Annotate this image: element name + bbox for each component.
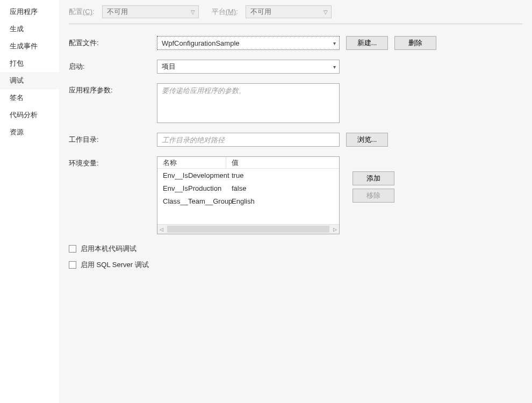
add-env-button[interactable]: 添加 <box>353 171 394 185</box>
chevron-down-icon: ▽ <box>191 9 195 15</box>
profile-label: 配置文件: <box>69 36 157 48</box>
env-col-value[interactable]: 值 <box>226 157 339 168</box>
launch-label: 启动: <box>69 60 157 71</box>
config-platform-bar: 配置(C): 不可用 ▽ 平台(M): 不可用 ▽ <box>69 5 522 24</box>
new-profile-button[interactable]: 新建... <box>346 36 388 50</box>
sidebar-item-debug[interactable]: 调试 <box>0 72 59 89</box>
sidebar-item-code-analysis[interactable]: 代码分析 <box>0 106 59 124</box>
horizontal-scrollbar[interactable]: ◁ ▷ <box>157 224 339 234</box>
table-row[interactable]: Env__IsDevelopment true <box>157 169 339 182</box>
browse-button[interactable]: 浏览... <box>346 133 388 147</box>
args-input[interactable] <box>157 83 340 123</box>
sidebar-item-build-events[interactable]: 生成事件 <box>0 38 59 55</box>
delete-profile-button[interactable]: 删除 <box>394 36 436 50</box>
env-label: 环境变量: <box>69 156 157 168</box>
config-select: 不可用 ▽ <box>102 5 199 18</box>
table-row[interactable]: Class__Team__Group English <box>157 195 339 207</box>
remove-env-button[interactable]: 移除 <box>353 189 394 203</box>
sql-debug-checkbox[interactable] <box>69 261 76 269</box>
native-debug-label: 启用本机代码调试 <box>81 244 136 254</box>
content-pane: 配置(C): 不可用 ▽ 平台(M): 不可用 ▽ 配置文件: WpfConfi… <box>59 0 532 403</box>
platform-label: 平台(M): <box>212 7 238 17</box>
native-debug-checkbox[interactable] <box>69 245 76 253</box>
launch-select[interactable]: 项目 ▾ <box>157 60 340 74</box>
workdir-label: 工作目录: <box>69 133 157 145</box>
chevron-down-icon: ▾ <box>333 40 336 46</box>
profile-select[interactable]: WpfConfigurationSample ▾ <box>157 36 340 50</box>
sidebar-item-build[interactable]: 生成 <box>0 20 59 38</box>
env-variables-table: 名称 值 Env__IsDevelopment true Env__IsProd… <box>157 156 340 234</box>
sidebar-item-application[interactable]: 应用程序 <box>0 3 59 20</box>
sidebar-item-resources[interactable]: 资源 <box>0 124 59 141</box>
config-label: 配置(C): <box>69 7 95 17</box>
workdir-input[interactable] <box>157 133 340 147</box>
scroll-left-icon[interactable]: ◁ <box>160 227 163 232</box>
sidebar-item-package[interactable]: 打包 <box>0 55 59 72</box>
env-col-name[interactable]: 名称 <box>157 157 226 168</box>
chevron-down-icon: ▽ <box>323 9 328 15</box>
platform-select: 不可用 ▽ <box>246 5 332 18</box>
scroll-track[interactable] <box>167 226 329 233</box>
args-label: 应用程序参数: <box>69 83 157 95</box>
sidebar-item-signing[interactable]: 签名 <box>0 89 59 106</box>
scroll-right-icon[interactable]: ▷ <box>333 227 337 232</box>
sidebar: 应用程序 生成 生成事件 打包 调试 签名 代码分析 资源 <box>0 0 59 403</box>
table-row[interactable]: Env__IsProduction false <box>157 182 339 195</box>
sql-debug-label: 启用 SQL Server 调试 <box>81 260 149 270</box>
chevron-down-icon: ▾ <box>333 64 336 70</box>
